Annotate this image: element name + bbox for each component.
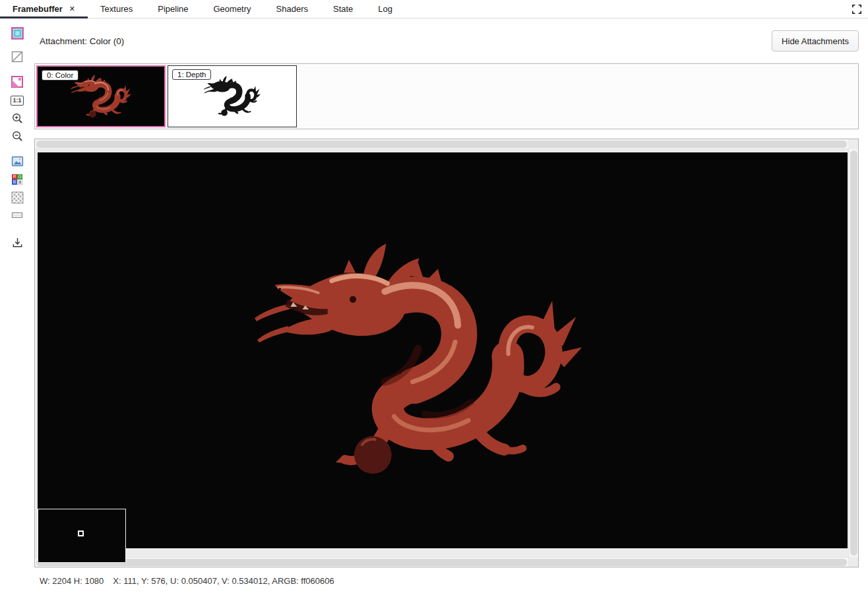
scrollbar-thumb[interactable]	[36, 559, 847, 566]
attachment-header: Attachment: Color (0) Hide Attachments	[34, 18, 859, 63]
tab-label: Log	[378, 4, 392, 14]
fullscreen-icon[interactable]	[851, 3, 863, 15]
minimap-view-marker[interactable]	[78, 530, 84, 536]
zoom-in-button[interactable]	[9, 110, 25, 126]
dragon-thumbnail-color	[64, 75, 138, 118]
fit-to-window-button[interactable]	[9, 153, 25, 169]
dragon-thumbnail-depth	[198, 76, 266, 117]
framebuffer-image[interactable]	[38, 152, 848, 548]
status-dimensions: W: 2204 H: 1080	[40, 576, 104, 586]
zoom-1-1-button[interactable]: 1:1	[9, 92, 25, 108]
tab-label: Geometry	[213, 4, 251, 14]
background-none-button[interactable]	[9, 49, 25, 65]
background-color-button[interactable]	[9, 25, 25, 41]
tab-pipeline[interactable]: Pipeline	[145, 0, 201, 18]
scrollbar-thumb[interactable]	[850, 150, 857, 556]
status-bar: W: 2204 H: 1080 X: 111, Y: 576, U: 0.050…	[40, 576, 859, 586]
tab-label: Shaders	[276, 4, 308, 14]
horizontal-scrollbar-bottom[interactable]	[35, 557, 848, 567]
status-cursor-info: X: 111, Y: 576, U: 0.050407, V: 0.534012…	[113, 576, 334, 586]
content-column: Attachment: Color (0) Hide Attachments 0…	[34, 18, 859, 609]
channel-letter-a: a	[18, 179, 21, 184]
tab-label: Framebuffer	[13, 4, 63, 14]
attachment-thumbnail-depth[interactable]: 1: Depth	[168, 65, 297, 127]
flatten-image-button[interactable]	[9, 207, 25, 223]
tab-state[interactable]: State	[321, 0, 365, 18]
attachment-badge: 0: Color	[42, 70, 78, 80]
framebuffer-viewer	[34, 139, 859, 567]
main-area: 1:1	[0, 18, 868, 609]
one-to-one-icon: 1:1	[11, 96, 23, 106]
tab-bar: Framebuffer ✕ Textures Pipeline Geometry…	[0, 0, 868, 18]
tab-geometry[interactable]: Geometry	[201, 0, 263, 18]
save-image-button[interactable]	[9, 234, 25, 250]
tab-label: Textures	[100, 4, 133, 14]
tab-shaders[interactable]: Shaders	[264, 0, 321, 18]
attachment-badge: 1: Depth	[172, 69, 211, 80]
viewer-toolbar: 1:1	[0, 18, 34, 609]
hide-attachments-button[interactable]: Hide Attachments	[772, 30, 859, 51]
tab-textures[interactable]: Textures	[88, 0, 145, 18]
attachment-thumbnail-color[interactable]: 0: Color	[36, 65, 166, 127]
overlay-highlight-button[interactable]	[9, 74, 25, 90]
tab-log[interactable]: Log	[365, 0, 405, 18]
zoom-out-button[interactable]	[9, 128, 25, 144]
checkerboard-background-button[interactable]	[9, 189, 25, 205]
tab-label: Pipeline	[158, 4, 188, 14]
channel-letter-r: R	[13, 174, 16, 179]
attachment-label: Attachment: Color (0)	[40, 36, 124, 46]
channel-letter-g: G	[18, 174, 21, 179]
tab-label: State	[333, 4, 353, 14]
vertical-scrollbar[interactable]	[848, 149, 858, 557]
close-icon[interactable]: ✕	[69, 5, 75, 13]
rgba-channels-button[interactable]: R G B a	[9, 172, 25, 187]
zoom-minimap[interactable]	[38, 509, 126, 563]
tab-framebuffer[interactable]: Framebuffer ✕	[0, 0, 88, 18]
horizontal-scrollbar-top[interactable]	[35, 139, 848, 149]
dragon-render	[252, 240, 584, 481]
channel-letter-b: B	[13, 179, 16, 184]
attachments-strip: 0: Color 1: Depth	[34, 63, 859, 129]
scrollbar-thumb[interactable]	[36, 141, 847, 148]
